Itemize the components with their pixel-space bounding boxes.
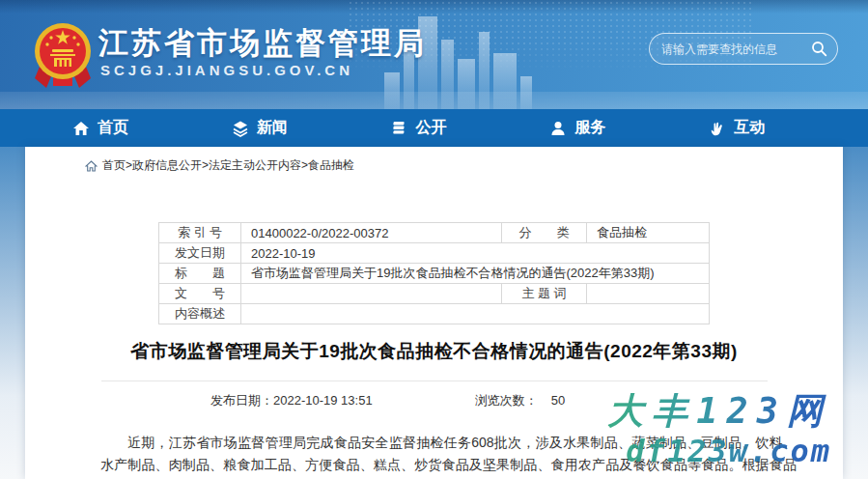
document-meta-table: 索 引 号 01400022-0/2022-00372 分 类 食品抽检 发文日… bbox=[158, 222, 710, 324]
disclosure-icon bbox=[391, 120, 408, 137]
meta-summary-value bbox=[241, 304, 710, 324]
site-title: 江苏省市场监督管理局 bbox=[98, 23, 427, 64]
table-row: 标 题 省市场监督管理局关于19批次食品抽检不合格情况的通告(2022年第33期… bbox=[159, 264, 710, 284]
publish-info-line: 发布日期：2022-10-19 13:51 浏览次数：50 bbox=[210, 392, 843, 409]
publish-date-value: 2022-10-19 13:51 bbox=[273, 393, 373, 408]
view-count: 浏览次数：50 bbox=[475, 392, 565, 409]
header-bottom-band bbox=[0, 92, 868, 109]
nav-item-label: 服务 bbox=[574, 118, 605, 138]
breadcrumb-path: 首页>政府信息公开>法定主动公开内容>食品抽检 bbox=[102, 157, 354, 174]
table-row: 文 号 主 题 词 bbox=[159, 284, 710, 304]
meta-index-value: 01400022-0/2022-00372 bbox=[241, 223, 502, 243]
publish-date: 发布日期：2022-10-19 13:51 bbox=[210, 392, 373, 409]
site-url: SCJGJ.JIANGSU.GOV.CN bbox=[100, 62, 353, 78]
nav-item-service[interactable]: 服务 bbox=[549, 109, 709, 147]
breadcrumb-home-icon bbox=[85, 160, 98, 172]
meta-docnum-label: 文 号 bbox=[159, 284, 241, 304]
nav-item-disclosure[interactable]: 公开 bbox=[391, 109, 550, 147]
site-header: 江苏省市场监督管理局 SCJGJ.JIANGSU.GOV.CN bbox=[0, 0, 868, 109]
view-count-value: 50 bbox=[551, 393, 565, 408]
service-icon bbox=[549, 120, 567, 137]
breadcrumb[interactable]: 首页>政府信息公开>法定主动公开内容>食品抽检 bbox=[25, 147, 843, 174]
meta-date-label: 发文日期 bbox=[159, 243, 241, 264]
meta-index-label: 索 引 号 bbox=[159, 223, 241, 243]
meta-summary-label: 内容概述 bbox=[159, 304, 241, 324]
nav-item-home[interactable]: 首页 bbox=[72, 109, 232, 147]
interact-icon bbox=[709, 120, 726, 137]
nav-item-label: 公开 bbox=[416, 118, 447, 138]
meta-date-value: 2022-10-19 bbox=[241, 243, 710, 264]
news-icon bbox=[232, 120, 249, 137]
nav-item-label: 首页 bbox=[98, 118, 128, 138]
home-icon bbox=[72, 120, 90, 137]
meta-keywords-label: 主 题 词 bbox=[502, 284, 587, 304]
view-count-label: 浏览次数： bbox=[475, 393, 538, 408]
nav-item-news[interactable]: 新闻 bbox=[232, 109, 391, 147]
meta-docnum-value bbox=[241, 284, 502, 304]
search-icon[interactable] bbox=[811, 41, 827, 57]
table-row: 内容概述 bbox=[159, 304, 710, 324]
nav-item-interact[interactable]: 互动 bbox=[709, 109, 868, 147]
table-row: 发文日期 2022-10-19 bbox=[159, 243, 710, 264]
table-row: 索 引 号 01400022-0/2022-00372 分 类 食品抽检 bbox=[159, 223, 710, 243]
national-emblem-logo[interactable] bbox=[32, 22, 94, 92]
main-nav: 首页 新闻 公开 服务 互动 bbox=[0, 109, 868, 147]
page-background: 首页>政府信息公开>法定主动公开内容>食品抽检 索 引 号 01400022-0… bbox=[0, 147, 868, 479]
page-title: 省市场监督管理局关于19批次食品抽检不合格情况的通告(2022年第33期) bbox=[25, 339, 843, 364]
meta-keywords-value bbox=[587, 284, 710, 304]
article-body: 近期，江苏省市场监督管理局完成食品安全监督抽检任务608批次，涉及水果制品、蔬菜… bbox=[100, 432, 797, 479]
content-card: 首页>政府信息公开>法定主动公开内容>食品抽检 索 引 号 01400022-0… bbox=[25, 147, 843, 479]
meta-title-value: 省市场监督管理局关于19批次食品抽检不合格情况的通告(2022年第33期) bbox=[241, 264, 710, 284]
meta-title-label: 标 题 bbox=[159, 264, 241, 284]
search-box[interactable] bbox=[649, 33, 838, 65]
publish-date-label: 发布日期： bbox=[210, 393, 273, 408]
nav-item-label: 新闻 bbox=[257, 118, 288, 138]
meta-category-value: 食品抽检 bbox=[587, 223, 710, 243]
title-divider bbox=[101, 380, 768, 381]
meta-category-label: 分 类 bbox=[502, 223, 587, 243]
nav-item-label: 互动 bbox=[734, 118, 765, 138]
search-input[interactable] bbox=[661, 42, 811, 56]
